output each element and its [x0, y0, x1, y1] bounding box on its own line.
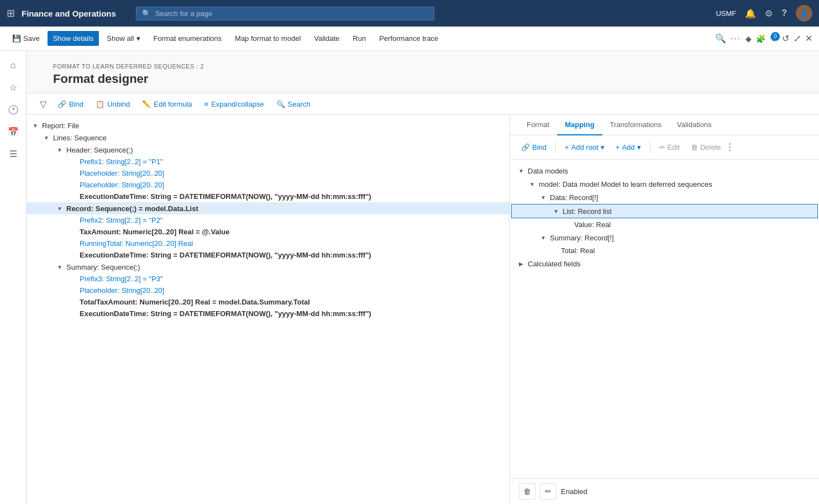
format-enumerations-button[interactable]: Format enumerations — [148, 31, 228, 46]
add-root-button[interactable]: + Add root ▾ — [560, 141, 609, 154]
refresh-cmd-icon[interactable]: ↺ — [782, 33, 789, 44]
toggle-summary-record[interactable]: ▼ — [539, 233, 548, 242]
tree-toggle-lines[interactable]: ▼ — [42, 133, 51, 142]
unbind-icon: 📋 — [96, 100, 104, 108]
close-cmd-icon[interactable]: ✕ — [805, 33, 812, 44]
show-details-button[interactable]: Show details — [48, 31, 99, 46]
tree-item-report[interactable]: ▼ Report: File — [27, 119, 510, 132]
tree-item-header[interactable]: ▼ Header: Sequence(;) — [27, 144, 510, 156]
sidebar-star-icon[interactable]: ☆ — [3, 77, 23, 97]
help-icon[interactable]: ? — [781, 8, 787, 18]
sidebar-calendar-icon[interactable]: 📅 — [3, 122, 23, 141]
sidebar-list-icon[interactable]: ☰ — [3, 144, 23, 164]
tree-item-prefix2[interactable]: Prefix2: String[2..2] = "P2" — [27, 214, 510, 226]
delete-button[interactable]: 🗑 Delete — [686, 141, 726, 154]
gear-icon[interactable]: ⚙ — [765, 8, 773, 19]
right-tree-item-data-record[interactable]: ▼ Data: Record[!] — [510, 191, 819, 204]
more-options[interactable] — [728, 139, 732, 156]
toggle-model[interactable]: ▼ — [528, 180, 537, 188]
tab-format[interactable]: Format — [519, 115, 557, 135]
right-tree-item-total[interactable]: Total: Real — [510, 244, 819, 257]
edit-button[interactable]: ✏ Edit — [655, 141, 684, 154]
tree-item-summary-seq[interactable]: ▼ Summary: Sequence(;) — [27, 261, 510, 273]
right-tree-item-model[interactable]: ▼ model: Data model Model to learn defer… — [510, 177, 819, 191]
map-format-to-model-button[interactable]: Map format to model — [229, 31, 306, 46]
bind-icon: 🔗 — [57, 100, 66, 108]
edit-icon: ✏ — [659, 143, 665, 151]
tree-item-execdate2[interactable]: ExecutionDateTime: String = DATETIMEFORM… — [27, 249, 510, 261]
mapping-bind-icon: 🔗 — [521, 143, 530, 151]
run-button[interactable]: Run — [347, 31, 371, 46]
expand-collapse-button[interactable]: ≡ Expand/collapse — [199, 97, 270, 111]
toggle-calculated-fields[interactable]: ▶ — [517, 259, 526, 268]
more-cmd-icon[interactable]: ··· — [731, 34, 741, 44]
diamond-cmd-icon[interactable]: ◆ — [746, 34, 752, 43]
puzzle-cmd-icon[interactable]: 🧩 — [756, 34, 765, 43]
command-bar: 💾 Save Show details Show all ▾ Format en… — [0, 27, 819, 51]
expand-cmd-icon[interactable]: ⤢ — [794, 33, 801, 44]
avatar[interactable]: 👤 — [796, 5, 812, 22]
tab-mapping[interactable]: Mapping — [557, 115, 602, 135]
mapping-bind-button[interactable]: 🔗 Bind — [517, 141, 551, 154]
expand-collapse-icon: ≡ — [204, 100, 209, 108]
tree-item-runningtotal[interactable]: RunningTotal: Numeric[20..20] Real — [27, 238, 510, 249]
tree-item-execdate1[interactable]: ExecutionDateTime: String = DATETIMEFORM… — [27, 191, 510, 202]
mapping-tree: ▼ Data models ▼ model: Data model Model … — [510, 160, 819, 478]
performance-trace-button[interactable]: Performance trace — [374, 31, 444, 46]
tree-item-placeholder3[interactable]: Placeholder: String[20..20] — [27, 285, 510, 296]
tab-validations[interactable]: Validations — [669, 115, 720, 135]
search-tree-icon: 🔍 — [276, 100, 285, 108]
tree-item-placeholder2[interactable]: Placeholder: String[20..20] — [27, 179, 510, 191]
global-search[interactable]: 🔍 — [136, 7, 434, 20]
right-tree-item-list[interactable]: ▼ List: Record list — [511, 204, 818, 218]
mapping-tabs: Format Mapping Transformations Validatio… — [510, 115, 819, 135]
tree-item-placeholder1[interactable]: Placeholder: String[20..20] — [27, 167, 510, 179]
search-cmd-icon[interactable]: 🔍 — [715, 33, 726, 44]
tree-toggle-header[interactable]: ▼ — [55, 145, 64, 154]
add-root-icon: + — [565, 143, 569, 151]
tree-item-lines[interactable]: ▼ Lines: Sequence — [27, 132, 510, 144]
tree-item-totaltax[interactable]: TotalTaxAmount: Numeric[20..20] Real = m… — [27, 296, 510, 308]
top-navigation: ⊞ Finance and Operations 🔍 USMF 🔔 ⚙ ? 👤 — [0, 0, 819, 27]
tree-toggle-summary-seq[interactable]: ▼ — [55, 262, 64, 271]
map-toolbar-sep2 — [650, 142, 650, 153]
sidebar-home-icon[interactable]: ⌂ — [3, 55, 23, 75]
delete-status-btn[interactable]: 🗑 — [519, 483, 536, 500]
app-title: Finance and Operations — [22, 9, 116, 18]
right-tree-item-value[interactable]: Value: Real — [510, 218, 819, 231]
add-chevron: ▾ — [637, 143, 641, 151]
delete-icon: 🗑 — [691, 143, 698, 151]
validate-button[interactable]: Validate — [308, 31, 345, 46]
edit-formula-icon: ✏️ — [142, 100, 151, 108]
grid-icon[interactable]: ⊞ — [7, 7, 15, 19]
right-tree-item-summary-record[interactable]: ▼ Summary: Record[!] — [510, 231, 819, 244]
toggle-data-record[interactable]: ▼ — [539, 193, 548, 202]
tree-toggle-record[interactable]: ▼ — [55, 204, 64, 213]
tree-item-prefix3[interactable]: Prefix3: String[2..2] = "P3" — [27, 273, 510, 285]
tree-item-prefix1[interactable]: Prefix1: String[2..2] = "P1" — [27, 156, 510, 167]
edit-formula-button[interactable]: ✏️ Edit formula — [136, 97, 197, 111]
toggle-list[interactable]: ▼ — [552, 207, 560, 216]
sidebar-history-icon[interactable]: 🕐 — [3, 99, 23, 119]
bottom-status-bar: 🗑 ✏ Enabled — [510, 478, 819, 504]
edit-status-btn[interactable]: ✏ — [540, 483, 556, 500]
filter-icon[interactable]: ▽ — [40, 99, 46, 109]
toggle-data-models[interactable]: ▼ — [517, 166, 526, 175]
tree-item-taxamount[interactable]: TaxAmount: Numeric[20..20] Real = @.Valu… — [27, 226, 510, 238]
bind-button[interactable]: 🔗 Bind — [52, 97, 89, 111]
save-button[interactable]: 💾 Save — [7, 31, 45, 46]
mapping-pane: Format Mapping Transformations Validatio… — [510, 115, 819, 504]
tree-item-execdate3[interactable]: ExecutionDateTime: String = DATETIMEFORM… — [27, 308, 510, 319]
right-tree-item-data-models[interactable]: ▼ Data models — [510, 164, 819, 177]
tree-toggle-report[interactable]: ▼ — [31, 121, 40, 130]
search-icon: 🔍 — [142, 9, 151, 18]
notification-icon[interactable]: 🔔 — [745, 8, 756, 19]
search-input[interactable] — [155, 9, 428, 18]
unbind-button[interactable]: 📋 Unbind — [90, 97, 135, 111]
search-button[interactable]: 🔍 Search — [271, 97, 316, 111]
add-button[interactable]: + Add ▾ — [611, 141, 645, 154]
show-all-button[interactable]: Show all ▾ — [101, 31, 145, 46]
tree-item-record[interactable]: ▼ Record: Sequence(;) = model.Data.List — [27, 202, 510, 214]
tab-transformations[interactable]: Transformations — [602, 115, 669, 135]
right-tree-item-calculated-fields[interactable]: ▶ Calculated fields — [510, 257, 819, 270]
